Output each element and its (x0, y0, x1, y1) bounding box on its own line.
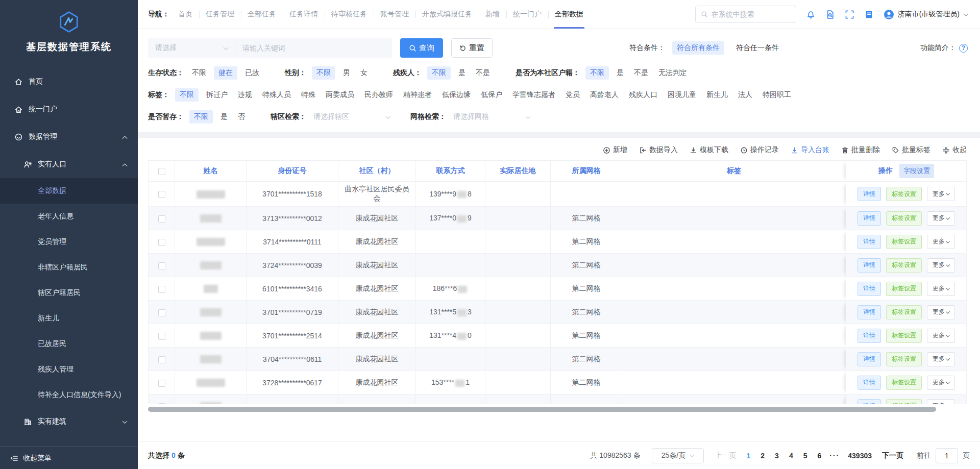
operation-log-button[interactable]: 操作记录 (740, 145, 779, 155)
user-menu[interactable]: 济南市(市级管理员) (884, 9, 968, 20)
filter-option[interactable]: 新生儿 (706, 90, 728, 100)
page-number-3[interactable]: 3 (770, 452, 784, 460)
page-number-5[interactable]: 5 (798, 452, 813, 460)
filter-option[interactable]: 法人 (738, 90, 752, 100)
filter-option[interactable]: 是 (617, 68, 624, 78)
goto-page-input[interactable] (936, 448, 958, 463)
detail-button[interactable]: 详情 (857, 399, 881, 405)
row-checkbox[interactable] (158, 403, 165, 404)
notification-icon[interactable] (806, 10, 816, 19)
tag-set-button[interactable]: 标签设置 (886, 282, 922, 296)
field-settings-button[interactable]: 字段设置 (899, 164, 934, 178)
sidebar-item-all-data[interactable]: 全部数据 (0, 178, 138, 204)
filter-option[interactable]: 拆迁户 (206, 90, 228, 100)
filter-option[interactable]: 不是 (634, 68, 648, 78)
detail-button[interactable]: 详情 (857, 187, 881, 201)
more-button[interactable]: 更多 (927, 329, 955, 343)
row-checkbox[interactable] (158, 215, 165, 223)
filter-option[interactable]: 低保边缘 (442, 90, 471, 100)
system-search-input[interactable] (712, 10, 783, 18)
nav-tab-open-report[interactable]: 开放式填报任务 (415, 0, 479, 29)
page-number-2[interactable]: 2 (755, 452, 770, 460)
page-number-1[interactable]: 1 (742, 452, 756, 460)
match-any-option[interactable]: 符合任一条件 (731, 41, 783, 55)
sidebar-item-data-mgmt[interactable]: 数据管理 (0, 123, 138, 151)
filter-option[interactable]: 残疾人口 (629, 90, 657, 100)
filter-option[interactable]: 无法判定 (658, 68, 687, 78)
sidebar-item-pending-info[interactable]: 待补全人口信息(文件导入) (0, 382, 138, 408)
filter-field-select[interactable]: 请选择 (155, 43, 228, 53)
sidebar-item-registered[interactable]: 辖区户籍居民 (0, 280, 138, 306)
page-number-6[interactable]: 6 (812, 452, 826, 460)
filter-option[interactable]: 否 (238, 112, 245, 121)
row-checkbox[interactable] (158, 356, 165, 363)
filter-option[interactable]: 高龄老人 (590, 90, 619, 100)
filter-option[interactable]: 学雷锋志愿者 (512, 90, 555, 100)
more-button[interactable]: 更多 (927, 399, 955, 405)
filter-option[interactable]: 是 (220, 112, 228, 121)
filter-option[interactable]: 民办教师 (364, 90, 393, 100)
detail-button[interactable]: 详情 (857, 258, 881, 273)
sidebar-item-party-member[interactable]: 党员管理 (0, 229, 138, 255)
fullscreen-icon[interactable] (845, 10, 854, 19)
nav-tab-home[interactable]: 首页 (172, 0, 199, 29)
nav-tab-account-mgmt[interactable]: 账号管理 (374, 0, 415, 29)
district-select[interactable]: 请选择辖区 (313, 112, 390, 121)
filter-option[interactable]: 两委成员 (326, 90, 354, 100)
prev-page-button[interactable]: 上一页 (715, 451, 737, 460)
filter-option[interactable]: 不限 (192, 68, 206, 78)
filter-option-selected[interactable]: 不限 (189, 110, 213, 124)
filter-option[interactable]: 特殊人员 (262, 90, 291, 100)
help-icon[interactable]: ? (959, 44, 968, 53)
filter-option[interactable]: 困境儿童 (668, 90, 696, 100)
filter-option-selected[interactable]: 不限 (312, 66, 335, 80)
collapse-panel-button[interactable]: 收起 (942, 145, 967, 155)
collapse-menu-button[interactable]: 收起菜单 (0, 447, 138, 469)
detail-button[interactable]: 详情 (857, 376, 881, 390)
tag-set-button[interactable]: 标签设置 (886, 376, 922, 390)
tag-set-button[interactable]: 标签设置 (886, 352, 922, 366)
detail-button[interactable]: 详情 (857, 305, 881, 319)
row-checkbox[interactable] (158, 239, 165, 246)
row-checkbox[interactable] (158, 191, 165, 198)
nav-tab-task-detail[interactable]: 任务详情 (283, 0, 325, 29)
file-search-icon[interactable] (825, 10, 835, 19)
horizontal-scrollbar[interactable] (148, 407, 936, 412)
more-button[interactable]: 更多 (927, 305, 955, 319)
sidebar-item-elderly[interactable]: 老年人信息 (0, 204, 138, 229)
page-size-select[interactable]: 25条/页 (652, 448, 704, 463)
filter-option[interactable]: 特困职工 (763, 90, 791, 100)
filter-option[interactable]: 特殊 (301, 90, 315, 100)
system-search-box[interactable] (695, 6, 796, 23)
tag-set-button[interactable]: 标签设置 (886, 187, 922, 201)
sidebar-item-non-registered[interactable]: 非辖区户籍居民 (0, 255, 138, 280)
nav-tab-all-tasks[interactable]: 全部任务 (241, 0, 283, 29)
more-button[interactable]: 更多 (927, 282, 955, 296)
next-page-button[interactable]: 下一页 (882, 451, 903, 460)
filter-option[interactable]: 党员 (566, 90, 580, 100)
more-button[interactable]: 更多 (927, 235, 955, 249)
page-number-4[interactable]: 4 (784, 452, 798, 460)
page-number-last[interactable]: 439303 (843, 452, 877, 460)
tag-set-button[interactable]: 标签设置 (886, 211, 922, 226)
pages-ellipsis[interactable]: ··· (826, 452, 843, 460)
row-checkbox[interactable] (158, 286, 165, 293)
keyword-input[interactable] (242, 44, 385, 52)
grid-select[interactable]: 请选择网格 (453, 112, 530, 121)
handbook-icon[interactable] (864, 10, 874, 19)
data-import-button[interactable]: 数据导入 (639, 145, 678, 155)
row-checkbox[interactable] (158, 333, 165, 340)
more-button[interactable]: 更多 (927, 258, 955, 273)
ledger-import-button[interactable]: 导入台账 (791, 145, 829, 155)
add-button[interactable]: 新增 (603, 145, 627, 155)
more-button[interactable]: 更多 (927, 376, 955, 390)
select-all-checkbox[interactable] (158, 168, 165, 175)
filter-option[interactable]: 男 (343, 68, 350, 78)
detail-button[interactable]: 详情 (857, 211, 881, 226)
filter-option[interactable]: 低保户 (481, 90, 502, 100)
sidebar-item-building[interactable]: 实有建筑 (0, 408, 138, 435)
row-checkbox[interactable] (158, 309, 165, 316)
filter-option[interactable]: 女 (360, 68, 368, 78)
more-button[interactable]: 更多 (927, 352, 955, 366)
filter-option[interactable]: 是 (458, 68, 465, 78)
